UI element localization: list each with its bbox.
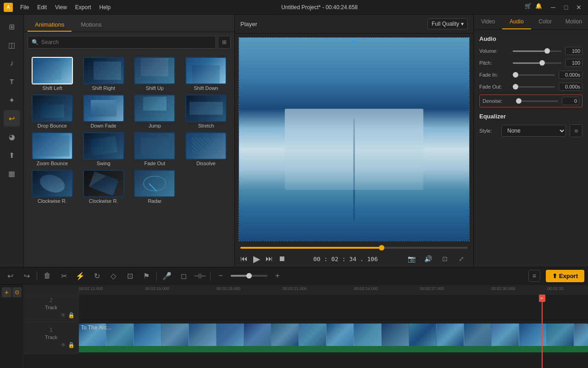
volume-value: 100 xyxy=(565,47,582,55)
anim-item-dissolve[interactable]: Dissolve xyxy=(181,131,231,167)
search-box[interactable]: 🔍 xyxy=(28,36,216,49)
trim-button[interactable]: ⊣⊢ xyxy=(194,269,206,282)
video-clip[interactable]: To The Arc... xyxy=(79,323,588,352)
track-1-lock-icon[interactable]: 🔒 xyxy=(68,342,75,348)
volume-slider[interactable] xyxy=(511,50,563,52)
menu-file[interactable]: File xyxy=(17,3,33,11)
sidebar-icon-upload[interactable]: ⬆ xyxy=(4,147,20,163)
ruler-mark-4: 00:02:21.000 xyxy=(283,286,307,291)
close-button[interactable]: ✕ xyxy=(573,3,584,12)
export-icon: ⬆ xyxy=(552,273,557,279)
sidebar-icon-media[interactable]: ⊞ xyxy=(4,18,20,35)
sidebar-icon-layers[interactable]: ◫ xyxy=(4,37,20,53)
progress-bar[interactable] xyxy=(240,247,468,249)
track-2-lock-icon[interactable]: 🔒 xyxy=(68,312,75,318)
ruler-mark-5: 00:02:24.000 xyxy=(354,286,378,291)
denoise-row: Denoise: 0 xyxy=(479,95,582,107)
keyframe-button[interactable]: ◇ xyxy=(107,269,120,282)
tab-color[interactable]: Color xyxy=(531,15,560,29)
pitch-slider[interactable] xyxy=(511,62,563,64)
style-select[interactable]: None xyxy=(501,125,566,137)
flag-button[interactable]: ⚑ xyxy=(140,269,153,282)
anim-item-shift-left[interactable]: Shift Left xyxy=(28,56,77,92)
step-forward-button[interactable]: ⏭ xyxy=(266,255,273,263)
tab-audio[interactable]: Audio xyxy=(502,15,531,29)
anim-item-clockwise-r1[interactable]: Clockwise R. xyxy=(28,169,77,205)
sidebar-icon-template[interactable]: ▦ xyxy=(4,165,20,182)
redo-button[interactable]: ↪ xyxy=(20,269,33,282)
sidebar-icon-transform[interactable]: ↩ xyxy=(4,110,20,127)
tab-motions[interactable]: Motions xyxy=(73,18,109,32)
add-track-button[interactable]: + xyxy=(2,287,11,297)
menu-view[interactable]: View xyxy=(51,3,71,11)
tab-video[interactable]: Video xyxy=(474,15,502,29)
player-controls: ⏮ ▶ ⏭ ⏹ 00 : 02 : 34 . 106 📷 🔊 ⊡ ⤢ xyxy=(235,245,473,267)
step-back-button[interactable]: ⏮ xyxy=(240,255,248,263)
equalizer-button[interactable]: ⚙ xyxy=(570,124,582,137)
mic-button[interactable]: 🎤 xyxy=(161,269,173,282)
progress-thumb[interactable] xyxy=(379,245,384,251)
anim-item-fade-out[interactable]: Fade Out xyxy=(130,131,180,167)
sidebar-icon-color[interactable]: ◕ xyxy=(4,128,20,145)
player-header: Player Full Quality ▾ xyxy=(235,15,473,33)
fade-out-label: Fade Out: xyxy=(479,84,509,89)
delete-button[interactable]: 🗑 xyxy=(41,269,54,282)
mask-button[interactable]: ◻ xyxy=(177,269,190,282)
anim-label-dissolve: Dissolve xyxy=(196,161,216,166)
anim-item-jump[interactable]: Jump xyxy=(130,94,180,129)
anim-item-clockwise-r2[interactable]: Clockwise R. xyxy=(79,169,128,205)
crop-timeline-button[interactable]: ⊡ xyxy=(123,269,136,282)
zoom-out-button[interactable]: − xyxy=(214,269,227,282)
sidebar-icon-text[interactable]: T xyxy=(4,73,20,90)
anim-item-swing[interactable]: Swing xyxy=(79,131,128,167)
minimize-button[interactable]: ─ xyxy=(548,3,559,12)
style-label: Style: xyxy=(479,128,498,134)
track-2-icons: 👁 🔒 xyxy=(61,312,75,318)
player-video-preview xyxy=(239,38,469,241)
cut-button[interactable]: ✂ xyxy=(57,269,70,282)
maximize-button[interactable]: □ xyxy=(560,3,571,12)
search-input[interactable] xyxy=(41,39,212,45)
sidebar-icon-effects[interactable]: ✦ xyxy=(4,92,20,108)
quality-select[interactable]: Full Quality ▾ xyxy=(427,18,468,29)
ruler-mark-2: 00:02:15.000 xyxy=(145,286,169,291)
anim-item-shift-up[interactable]: Shift Up xyxy=(130,56,180,92)
grid-toggle-button[interactable]: ⊞ xyxy=(218,36,231,49)
split-button[interactable]: ⚡ xyxy=(74,269,87,282)
menu-export[interactable]: Export xyxy=(72,3,95,11)
anim-item-zoom-bounce[interactable]: Zoom Bounce xyxy=(28,131,77,167)
zoom-slider-thumb[interactable] xyxy=(246,273,252,279)
magnet-button[interactable]: ⊙ xyxy=(12,287,22,297)
anim-label-fade-out: Fade Out xyxy=(144,161,165,166)
screenshot-button[interactable]: 📷 xyxy=(405,252,418,265)
loop-button[interactable]: ↻ xyxy=(90,269,103,282)
track-1-label: Track xyxy=(45,335,57,340)
anim-item-down-fade[interactable]: Down Fade xyxy=(79,94,128,129)
fade-out-slider[interactable] xyxy=(511,86,557,88)
track-1-visibility-icon[interactable]: 👁 xyxy=(61,342,66,348)
anim-item-stretch[interactable]: Stretch xyxy=(181,94,231,129)
export-button[interactable]: ⬆ Export xyxy=(546,270,584,282)
fullscreen-button[interactable]: ⤢ xyxy=(455,252,468,265)
play-button[interactable]: ▶ xyxy=(253,253,260,264)
undo-button[interactable]: ↩ xyxy=(4,269,17,282)
crop-button[interactable]: ⊡ xyxy=(438,252,451,265)
controls-row: ⏮ ▶ ⏭ ⏹ 00 : 02 : 34 . 106 📷 🔊 ⊡ ⤢ xyxy=(240,252,468,265)
zoom-in-button[interactable]: + xyxy=(271,269,284,282)
sidebar-icon-audio[interactable]: ♪ xyxy=(4,55,20,72)
anim-item-radar[interactable]: Radar xyxy=(130,169,180,205)
tab-motion[interactable]: Motion xyxy=(560,15,588,29)
tab-animations[interactable]: Animations xyxy=(28,18,72,32)
filter-button[interactable]: ≡ xyxy=(528,270,540,282)
track-2-visibility-icon[interactable]: 👁 xyxy=(61,312,66,318)
anim-item-shift-right[interactable]: Shift Right xyxy=(79,56,128,92)
menu-edit[interactable]: Edit xyxy=(33,3,50,11)
audio-button[interactable]: 🔊 xyxy=(422,252,435,265)
stop-button[interactable]: ⏹ xyxy=(278,255,286,263)
anim-item-shift-down[interactable]: Shift Down xyxy=(181,56,231,92)
anim-label-shift-right: Shift Right xyxy=(92,85,115,91)
denoise-slider[interactable] xyxy=(514,100,560,102)
anim-item-drop-bounce[interactable]: Drop Bounce xyxy=(28,94,77,129)
menu-help[interactable]: Help xyxy=(96,3,115,11)
fade-in-slider[interactable] xyxy=(511,74,557,76)
